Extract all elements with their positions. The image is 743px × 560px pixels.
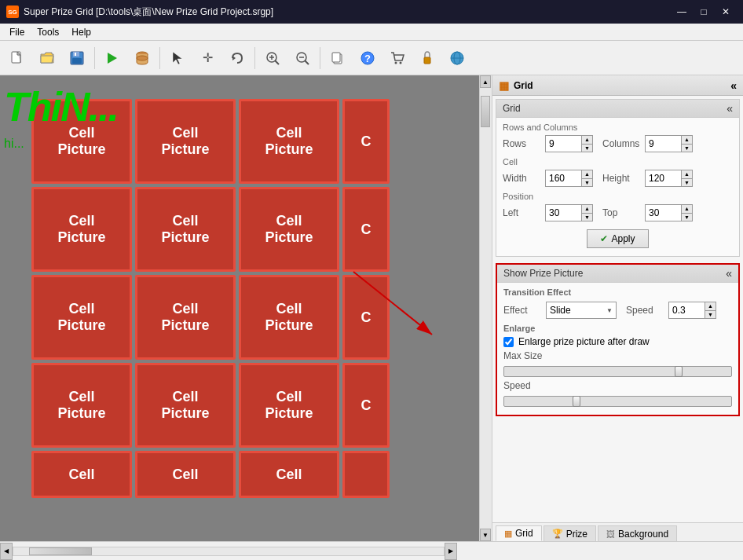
max-size-thumb[interactable] xyxy=(675,366,683,377)
horizontal-scroll-track[interactable] xyxy=(13,547,445,556)
speed-slider-container: Speed xyxy=(503,380,732,407)
tab-prize[interactable]: 🏆 Prize xyxy=(544,525,596,541)
toolbar-undo[interactable] xyxy=(223,44,251,72)
toolbar-copy[interactable] xyxy=(324,44,352,72)
left-down[interactable]: ▼ xyxy=(581,214,592,221)
scroll-right-button[interactable]: ▶ xyxy=(445,543,457,560)
svg-text:?: ? xyxy=(364,53,371,64)
width-input[interactable] xyxy=(546,170,581,186)
width-up[interactable]: ▲ xyxy=(581,170,592,179)
speed-input-spinner[interactable]: ▲ ▼ xyxy=(668,302,716,319)
tab-prize-label: Prize xyxy=(566,529,587,540)
grid-cell[interactable]: CellPicture xyxy=(31,363,132,448)
grid-cell-partial[interactable] xyxy=(342,451,390,498)
width-input-spinner[interactable]: ▲ ▼ xyxy=(545,170,593,187)
height-down[interactable]: ▼ xyxy=(681,179,692,187)
speed-down[interactable]: ▼ xyxy=(705,311,716,319)
toolbar-cursor[interactable] xyxy=(163,44,192,72)
toolbar-open[interactable] xyxy=(33,44,61,72)
grid-cell[interactable]: CellPicture xyxy=(135,363,236,448)
columns-down[interactable]: ▼ xyxy=(681,145,692,152)
rows-down[interactable]: ▼ xyxy=(581,145,592,152)
canvas-area[interactable]: ThiN... hi... CellPicture CellPicture Ce… xyxy=(0,75,492,541)
scroll-down-button[interactable]: ▼ xyxy=(480,529,491,541)
grid-cell[interactable]: Cell xyxy=(239,451,339,498)
horizontal-scroll-thumb[interactable] xyxy=(29,547,92,555)
close-button[interactable]: ✕ xyxy=(715,4,737,20)
toolbar-play[interactable] xyxy=(98,44,126,72)
show-prize-collapse[interactable]: « xyxy=(726,267,732,280)
max-size-slider[interactable] xyxy=(503,366,732,377)
grid-cell[interactable]: CellPicture xyxy=(135,99,236,184)
columns-up[interactable]: ▲ xyxy=(681,136,692,145)
top-up[interactable]: ▲ xyxy=(681,205,692,214)
toolbar-zoom-fit[interactable] xyxy=(288,44,317,72)
minimize-button[interactable]: — xyxy=(671,4,693,20)
left-input-spinner[interactable]: ▲ ▼ xyxy=(545,204,593,221)
rows-input[interactable] xyxy=(546,136,581,152)
effect-select[interactable]: Slide ▼ xyxy=(546,302,617,319)
scroll-track[interactable] xyxy=(480,88,492,529)
speed-thumb[interactable] xyxy=(573,396,580,407)
menu-tools[interactable]: Tools xyxy=(31,25,65,39)
left-up[interactable]: ▲ xyxy=(581,205,592,214)
width-down[interactable]: ▼ xyxy=(581,179,592,187)
speed-slider[interactable] xyxy=(503,396,732,407)
svg-marker-10 xyxy=(232,56,236,60)
vertical-scrollbar[interactable]: ▲ ▼ xyxy=(479,75,492,541)
apply-button[interactable]: ✔ Apply xyxy=(587,229,648,248)
svg-rect-19 xyxy=(332,53,340,62)
grid-cell[interactable]: Cell xyxy=(135,451,236,498)
top-down[interactable]: ▼ xyxy=(681,214,692,221)
grid-cell[interactable]: CellPicture xyxy=(239,363,339,448)
enlarge-checkbox[interactable] xyxy=(503,337,514,347)
grid-cell[interactable]: CellPicture xyxy=(135,275,236,360)
toolbar-lock[interactable] xyxy=(413,44,441,72)
grid-cell[interactable]: CellPicture xyxy=(31,275,132,360)
grid-cell[interactable]: CellPicture xyxy=(135,187,236,272)
toolbar-move[interactable]: ✛ xyxy=(193,44,221,72)
grid-cell[interactable]: CellPicture xyxy=(239,187,339,272)
height-up[interactable]: ▲ xyxy=(681,170,692,179)
toolbar: ✛ ? xyxy=(0,41,743,75)
grid-cell[interactable]: CellPicture xyxy=(31,187,132,272)
columns-input-spinner[interactable]: ▲ ▼ xyxy=(645,135,693,152)
grid-cell-partial[interactable]: C xyxy=(342,187,390,272)
toolbar-help[interactable]: ? xyxy=(353,44,382,72)
menu-file[interactable]: File xyxy=(3,25,31,39)
left-input[interactable] xyxy=(546,205,581,221)
speed-up[interactable]: ▲ xyxy=(705,302,716,311)
tab-background[interactable]: 🖼 Background xyxy=(598,525,677,541)
toolbar-cart[interactable] xyxy=(383,44,412,72)
toolbar-save[interactable] xyxy=(63,44,91,72)
grid-cell-partial[interactable]: C xyxy=(342,99,390,184)
toolbar-zoom-in[interactable] xyxy=(258,44,287,72)
top-input-spinner[interactable]: ▲ ▼ xyxy=(645,204,693,221)
scroll-thumb[interactable] xyxy=(481,96,490,127)
speed-input[interactable] xyxy=(669,302,705,318)
columns-input[interactable] xyxy=(646,136,681,152)
grid-cell[interactable]: CellPicture xyxy=(239,99,339,184)
top-label: Top xyxy=(602,207,642,218)
toolbar-database[interactable] xyxy=(128,44,156,72)
rows-input-spinner[interactable]: ▲ ▼ xyxy=(545,135,593,152)
panel-collapse-icon[interactable]: « xyxy=(730,79,737,92)
toolbar-new[interactable] xyxy=(3,44,31,72)
grid-cell[interactable]: CellPicture xyxy=(239,275,339,360)
menu-help[interactable]: Help xyxy=(65,25,97,39)
height-input[interactable] xyxy=(646,170,681,186)
grid-cell[interactable]: Cell xyxy=(31,451,132,498)
scroll-left-button[interactable]: ◀ xyxy=(0,543,13,560)
grid-section-collapse[interactable]: « xyxy=(727,102,733,115)
tab-grid-icon: ▦ xyxy=(504,529,512,539)
grid-cell-partial[interactable]: C xyxy=(342,363,390,448)
top-input[interactable] xyxy=(646,205,681,221)
rows-up[interactable]: ▲ xyxy=(581,136,592,145)
height-input-spinner[interactable]: ▲ ▼ xyxy=(645,170,693,187)
tab-grid[interactable]: ▦ Grid xyxy=(496,525,542,541)
toolbar-globe[interactable] xyxy=(443,44,471,72)
scroll-up-button[interactable]: ▲ xyxy=(480,75,491,88)
grid-cell-partial[interactable]: C xyxy=(342,275,390,360)
svg-point-23 xyxy=(400,61,402,64)
maximize-button[interactable]: □ xyxy=(693,4,715,20)
